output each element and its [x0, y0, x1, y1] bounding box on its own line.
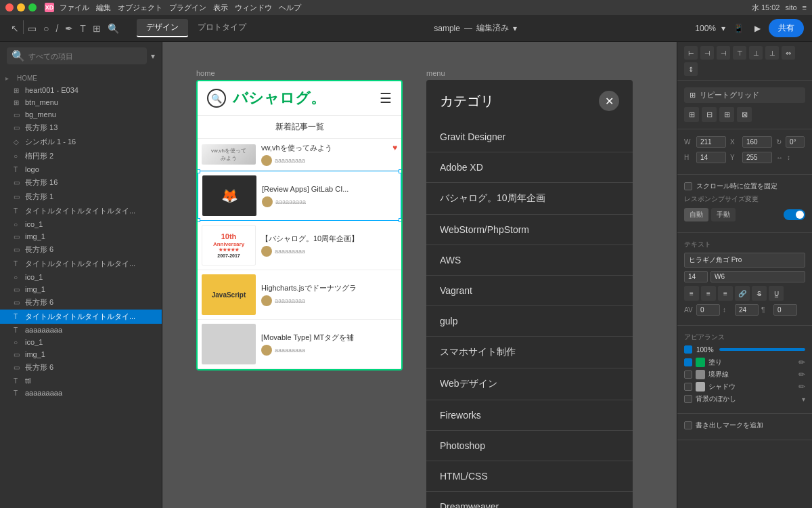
- border-checkbox[interactable]: [684, 371, 692, 379]
- menu-item-aws[interactable]: AWS: [426, 245, 633, 276]
- ellipse-tool[interactable]: ○: [41, 20, 51, 37]
- h-input[interactable]: [696, 152, 726, 163]
- dist-h-icon[interactable]: ⇔: [782, 46, 795, 60]
- zoom-dropdown-icon[interactable]: ▾: [721, 24, 725, 33]
- layer-item-ico1c[interactable]: ○ ico_1: [0, 336, 162, 348]
- align-text-center-icon[interactable]: ≡: [701, 286, 716, 301]
- layer-item-img1c[interactable]: ▭ img_1: [0, 348, 162, 360]
- align-bottom-icon[interactable]: ⊥: [765, 46, 779, 60]
- border-edit-icon[interactable]: ✏: [798, 370, 805, 379]
- y-input[interactable]: [742, 152, 772, 163]
- border-color-swatch[interactable]: [696, 370, 705, 379]
- responsive-toggle[interactable]: [784, 209, 805, 220]
- layer-item-bg-menu[interactable]: ▭ bg_menu: [0, 108, 162, 121]
- doc-dropdown-icon[interactable]: ▾: [513, 24, 517, 33]
- layer-item-img1a[interactable]: ▭ img_1: [0, 230, 162, 242]
- menu-item-photoshop[interactable]: Photoshop: [426, 431, 633, 461]
- shadow-checkbox[interactable]: [684, 383, 692, 391]
- font-weight-input[interactable]: [710, 271, 805, 282]
- blur-checkbox[interactable]: [684, 395, 692, 403]
- align-text-right-icon[interactable]: ≡: [718, 286, 733, 301]
- dist-v-icon[interactable]: ⇕: [684, 62, 698, 76]
- font-size-input[interactable]: [684, 271, 708, 282]
- menu-item-adobexd[interactable]: Adobe XD: [426, 152, 633, 183]
- layer-item-aaaa1[interactable]: T aaaaaaaaa: [0, 324, 162, 336]
- layer-item-ttl[interactable]: T ttl: [0, 375, 162, 387]
- heart-icon-1[interactable]: ♥: [392, 143, 397, 152]
- opacity-checkbox[interactable]: [684, 345, 692, 354]
- align-center-v-icon[interactable]: ⊥: [749, 46, 763, 60]
- menu-item-webdesign[interactable]: Webデザイン: [426, 368, 633, 400]
- grid-icon-4[interactable]: ⊠: [737, 107, 752, 122]
- font-name-select[interactable]: ヒラギノ角ゴ Pro: [684, 253, 805, 268]
- x-input[interactable]: [742, 136, 772, 148]
- minimize-window-btn[interactable]: [17, 3, 25, 12]
- manual-btn[interactable]: 手動: [711, 208, 736, 221]
- canvas-area[interactable]: home 🔍 バシャログ。 ☰ 新着記事一覧 vw,vhを使ってみよう vw,v…: [162, 42, 677, 508]
- layer-item-img1b[interactable]: ▭ img_1: [0, 283, 162, 295]
- share-button[interactable]: 共有: [769, 19, 804, 37]
- select-tool[interactable]: ↖: [8, 20, 22, 37]
- align-left-icon[interactable]: ⊢: [684, 46, 698, 60]
- rotate-input[interactable]: [786, 136, 805, 148]
- align-top-icon[interactable]: ⊤: [733, 46, 746, 60]
- layer-item-nagakei1[interactable]: ▭ 長方形 1: [0, 190, 162, 204]
- align-text-left-icon[interactable]: ≡: [684, 286, 699, 301]
- layer-item-nagakei6c[interactable]: ▭ 長方形 6: [0, 360, 162, 375]
- close-window-btn[interactable]: [5, 3, 14, 12]
- menu-file[interactable]: ファイル: [60, 3, 89, 13]
- menu-window[interactable]: ウィンドウ: [235, 3, 272, 13]
- layer-item-symbol1[interactable]: ◇ シンボル 1 - 16: [0, 135, 162, 149]
- link-icon[interactable]: 🔗: [735, 286, 750, 301]
- rectangle-tool[interactable]: ▭: [25, 20, 39, 37]
- close-menu-btn[interactable]: ✕: [599, 91, 619, 111]
- layer-item-nagakei16[interactable]: ▭ 長方形 16: [0, 175, 162, 190]
- layer-group-home[interactable]: ▸ HOME: [0, 72, 162, 84]
- tab-prototype[interactable]: プロトタイプ: [188, 19, 256, 37]
- layer-options-btn[interactable]: ▾: [151, 51, 155, 61]
- play-icon[interactable]: ▶: [752, 21, 763, 36]
- export-checkbox[interactable]: [684, 421, 692, 429]
- phone-search-icon[interactable]: 🔍: [207, 89, 226, 108]
- layer-item-nagakei13[interactable]: ▭ 長方形 13: [0, 121, 162, 135]
- tab-design[interactable]: デザイン: [137, 19, 188, 37]
- menu-item-gulp[interactable]: gulp: [426, 306, 633, 337]
- menu-item-gravit[interactable]: Gravit Designer: [426, 122, 633, 152]
- layer-item-logo[interactable]: T logo: [0, 163, 162, 175]
- layer-item-title3[interactable]: T タイトルタイトルタイトルタイ...: [0, 310, 162, 324]
- menu-view[interactable]: 表示: [213, 3, 228, 13]
- fill-edit-icon[interactable]: ✏: [798, 358, 805, 367]
- maximize-window-btn[interactable]: [28, 3, 37, 12]
- more-icon[interactable]: ≡: [803, 3, 807, 12]
- menu-edit[interactable]: 編集: [96, 3, 111, 13]
- layer-item-nagakei6b[interactable]: ▭ 長方形 6: [0, 295, 162, 310]
- zoom-tool[interactable]: 🔍: [105, 20, 122, 37]
- layer-item-aaaa2[interactable]: T aaaaaaaaa: [0, 387, 162, 399]
- grid-icon-2[interactable]: ⊟: [702, 107, 717, 122]
- para-spacing-input[interactable]: [773, 304, 797, 316]
- shadow-edit-icon[interactable]: ✏: [798, 382, 805, 391]
- strikethrough-icon[interactable]: S̶: [752, 286, 767, 301]
- grid-icon-3[interactable]: ⊞: [719, 107, 734, 122]
- line-tool[interactable]: /: [53, 20, 61, 37]
- menu-item-sumaho[interactable]: スマホサイト制作: [426, 337, 633, 368]
- layer-item-ico1b[interactable]: ○ ico_1: [0, 271, 162, 283]
- menu-item-fireworks[interactable]: Fireworks: [426, 400, 633, 431]
- align-center-h-icon[interactable]: ⊣: [700, 46, 714, 60]
- repeat-grid-btn[interactable]: ⊞ リピートグリッド: [684, 87, 805, 103]
- underline-icon[interactable]: U̲: [769, 286, 784, 301]
- fill-checkbox[interactable]: [684, 358, 692, 366]
- pen-tool[interactable]: ✒: [62, 20, 76, 37]
- layer-item-title1[interactable]: T タイトルタイトルタイトルタイ...: [0, 204, 162, 218]
- text-tool[interactable]: T: [77, 20, 89, 37]
- device-preview-icon[interactable]: 📱: [731, 21, 746, 36]
- layer-item-nagakei6a[interactable]: ▭ 長方形 6: [0, 242, 162, 257]
- menu-plugin[interactable]: プラグイン: [169, 3, 206, 13]
- menu-item-vagrant[interactable]: Vagrant: [426, 276, 633, 306]
- grid-icon-1[interactable]: ⊞: [684, 107, 699, 122]
- layer-item-ico1a[interactable]: ○ ico_1: [0, 218, 162, 230]
- menu-item-dreamweaver[interactable]: Dreamweaver: [426, 492, 633, 508]
- shadow-color-swatch[interactable]: [696, 382, 705, 391]
- align-right-icon[interactable]: ⊣: [717, 46, 730, 60]
- phone-menu-icon[interactable]: ☰: [380, 90, 392, 106]
